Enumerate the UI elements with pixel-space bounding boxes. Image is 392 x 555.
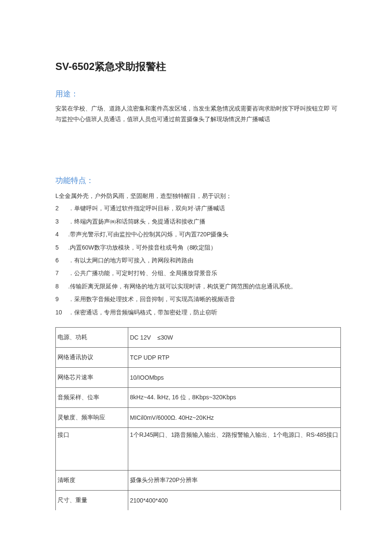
table-row: 清晰度摄像头分辨率720P分辨率 [56,470,341,490]
feature-number: 10 [55,308,68,317]
feature-item: 6．有以太网口的地方即可接入，跨网段和跨路由 [55,254,341,267]
spec-label: 清晰度 [56,470,128,490]
feature-number: 3 [55,217,68,226]
spec-label: 灵敏度、频率响应 [56,407,128,427]
spec-value: TCP UDP RTP [128,347,341,367]
spec-value: 10/IOOMbps [128,367,341,387]
feature-number: 4 [55,230,68,239]
feature-text: .内置60W数字功放模块，可外接音柱或号角（8欧定阻） [68,243,341,252]
feature-number: 8 [55,282,68,291]
feature-text: ．采用数字音频处理技术，回音抑制，可实现高清晰的视频语音 [68,294,341,304]
feature-item: 3．终端内置扬声㈱和话筒眯头，免提通话和接收广播 [55,215,341,228]
spec-label: 网络通讯协议 [56,347,128,367]
feature-item-first: L全金属外壳，户外防风雨，坚固耐用，造型独特醒目，易于识别； [55,190,341,202]
feature-item: 5.内置60W数字功放模块，可外接音柱或号角（8欧定阻） [55,241,341,254]
feature-text: ．保密通话，专用音频编码格式，带加密处理，防止窃听 [68,308,341,317]
feature-number: 7 [55,268,68,278]
spec-label: 电源、功耗 [56,327,128,347]
spec-label: 尺寸、重量 [56,490,128,510]
feature-item: 8.传输距离无限延伸，有网络的地方就可以实现时讲，构筑更广阔范围的信息通讯系统。 [55,280,341,293]
usage-text: 安装在学校、广场、道路人流密集和案件高发区域，当发生紧急情况或需要咨询求助时按下… [55,103,341,124]
document-page: SV-6502紧急求助报警柱 用途： 安装在学校、广场、道路人流密集和案件高发区… [0,0,392,536]
feature-item: 7．公共广播功能，可定时打铃、分组、全局播放背景音乐 [55,267,341,279]
features-list: L全金属外壳，户外防风雨，坚固耐用，造型独特醒目，易于识别； 2．单键呼叫，可通… [55,190,341,319]
features-heading: 功能特点： [55,175,341,186]
spec-label: 网络芯片速率 [56,367,128,387]
spec-label: 音频采样、位率 [56,387,128,407]
usage-heading: 用途： [55,89,341,99]
feature-item: 2．单键呼叫，可通过软件指定呼叫目标，双向对·讲广播喊话 [55,202,341,215]
table-row: 电源、功耗DC 12V ≤30W [56,327,341,347]
table-row: 接口1个RJ45网口、1路音频输入输出、2路报警输入输出、1个电源口、RS-48… [56,427,341,470]
spec-value: MICil0mV/6000Ω. 40Hz~20KHz [128,407,341,427]
spec-value: 8kHz~44. lkHz, 16 位，8Kbps~320Kbps [128,387,341,407]
feature-text: ．有以太网口的地方即可接入，跨网段和跨路由 [68,256,341,265]
feature-text: ．单键呼叫，可通过软件指定呼叫目标，双向对·讲广播喊话 [68,203,341,213]
feature-number: 2 [55,203,68,213]
feature-item: 9．采用数字音频处理技术，回音抑制，可实现高清晰的视频语音 [55,293,341,305]
feature-number: 6 [55,256,68,265]
spec-value: DC 12V ≤30W [128,327,341,347]
feature-text: .传输距离无限延伸，有网络的地方就可以实现时讲，构筑更广阔范围的信息通讯系统。 [68,282,341,291]
table-row: 尺寸、重量2100*400*400 [56,490,341,510]
feature-item: 4.带声光警示灯,可由监控中心控制其闪烁，可内置720P摄像头 [55,228,341,241]
feature-text: .带声光警示灯,可由监控中心控制其闪烁，可内置720P摄像头 [68,230,341,239]
feature-text: ．终端内置扬声㈱和话筒眯头，免提通话和接收广播 [68,217,341,226]
table-row: 灵敏度、频率响应MICil0mV/6000Ω. 40Hz~20KHz [56,407,341,427]
feature-item: 10．保密通话，专用音频编码格式，带加密处理，防止窃听 [55,306,341,319]
feature-number: 9 [55,294,68,304]
spec-value: 1个RJ45网口、1路音频输入输出、2路报警输入输出、1个电源口、RS-485接… [128,427,341,470]
spec-value: 2100*400*400 [128,490,341,510]
table-row: 网络通讯协议TCP UDP RTP [56,347,341,367]
spec-table: 电源、功耗DC 12V ≤30W网络通讯协议TCP UDP RTP网络芯片速率1… [55,327,341,510]
spec-value: 摄像头分辨率720P分辨率 [128,470,341,490]
feature-number: 5 [55,243,68,252]
page-title: SV-6502紧急求助报警柱 [55,60,341,73]
feature-text: ．公共广播功能，可定时打铃、分组、全局播放背景音乐 [68,268,341,278]
table-row: 音频采样、位率8kHz~44. lkHz, 16 位，8Kbps~320Kbps [56,387,341,407]
spec-label: 接口 [56,427,128,470]
table-row: 网络芯片速率10/IOOMbps [56,367,341,387]
